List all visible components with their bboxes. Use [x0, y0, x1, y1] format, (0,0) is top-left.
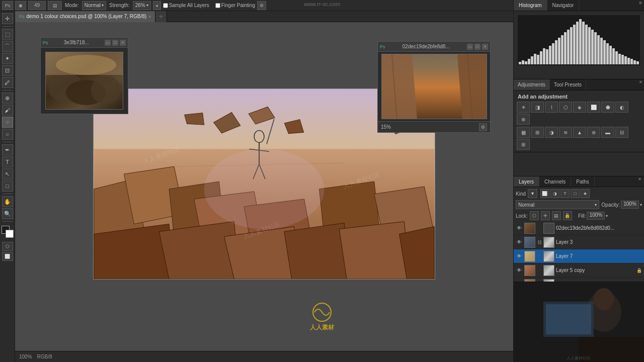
- adj-exposure[interactable]: ⬡: [559, 102, 572, 113]
- fill-input[interactable]: 100%: [587, 212, 605, 220]
- panel-2-minimize[interactable]: —: [467, 44, 473, 50]
- brush-size-input[interactable]: 49: [28, 1, 46, 10]
- quick-select-tool[interactable]: ✦: [2, 53, 13, 64]
- adj-color-lookup[interactable]: ⊞: [531, 127, 544, 138]
- strength-slider-icon[interactable]: ◂: [153, 1, 161, 10]
- filter-pixel[interactable]: ⬜: [540, 189, 549, 198]
- ref-panel-1-titlebar[interactable]: Ps 3e3fb718... — □ ×: [41, 38, 128, 48]
- adj-channel-mixer[interactable]: ▦: [517, 127, 530, 138]
- layer-thumbnail: [524, 237, 535, 248]
- sample-all-layers-checkbox[interactable]: Sample All Layers: [163, 3, 209, 8]
- histogram-tab[interactable]: Histogram: [514, 0, 547, 11]
- webcam-feed: 人人素材社区: [513, 282, 644, 362]
- pen-tool[interactable]: ✒: [2, 144, 13, 155]
- lasso-tool[interactable]: ⌒: [2, 41, 13, 52]
- lock-artboard[interactable]: ▤: [552, 211, 561, 220]
- ref-zoom-icon[interactable]: ⚙: [479, 123, 487, 131]
- brush-tool[interactable]: 🖌: [2, 105, 13, 116]
- mode-dropdown[interactable]: Normal▾: [82, 1, 106, 10]
- adj-brightness[interactable]: ☀: [517, 102, 530, 113]
- lock-move[interactable]: ✛: [541, 211, 550, 220]
- right-panel: Histogram Navigator ≡ Adjustments Tool P…: [513, 0, 644, 362]
- svg-point-28: [204, 149, 325, 229]
- channels-tab[interactable]: Channels: [539, 176, 571, 187]
- dodge-tool[interactable]: ○: [2, 129, 13, 140]
- shape-tool[interactable]: □: [2, 180, 13, 192]
- layer-item[interactable]: 👁Layer 5 copy🔒: [514, 263, 644, 278]
- layer-visibility-toggle[interactable]: 👁: [516, 225, 523, 232]
- adj-invert[interactable]: ◑: [545, 127, 558, 138]
- histogram-bar: [534, 54, 536, 64]
- layer-visibility-toggle[interactable]: 👁: [516, 267, 523, 274]
- layer-visibility-toggle[interactable]: 👁: [516, 239, 523, 246]
- hand-tool[interactable]: ✋: [2, 196, 13, 207]
- settings-icon[interactable]: ⚙: [257, 1, 266, 10]
- lock-pixels[interactable]: ⬡: [530, 211, 539, 220]
- panel-1-minimize[interactable]: —: [105, 40, 111, 46]
- panel-1-close[interactable]: ×: [120, 40, 126, 46]
- layer-item[interactable]: 👁⛓Layer 3: [514, 235, 644, 249]
- tab-close-1[interactable]: ×: [148, 14, 151, 19]
- adj-gradient-map[interactable]: ▬: [601, 127, 614, 138]
- adj-vibrance[interactable]: ◈: [573, 102, 586, 113]
- opacity-arrow[interactable]: ▾: [640, 203, 642, 207]
- fill-arrow[interactable]: ▾: [606, 214, 608, 218]
- opacity-input[interactable]: 100%: [621, 201, 639, 209]
- smudge-tool[interactable]: ☞: [2, 117, 13, 128]
- filter-shape[interactable]: □: [571, 189, 580, 198]
- adj-grid[interactable]: ⊞: [517, 139, 530, 150]
- crop-tool[interactable]: ⊡: [2, 65, 13, 76]
- tab-empty[interactable]: +: [155, 11, 167, 22]
- panel-2-close[interactable]: ×: [482, 44, 488, 50]
- layer-item[interactable]: 👁02dec19de2bfe8d882d0...: [514, 221, 644, 235]
- histogram-display: [518, 15, 640, 65]
- kind-dropdown[interactable]: ▼: [528, 189, 537, 198]
- marquee-tool[interactable]: ⬚: [2, 29, 13, 40]
- layers-panel-menu[interactable]: ≡: [635, 176, 644, 187]
- layer-visibility-toggle[interactable]: 👁: [516, 253, 523, 260]
- adj-pattern[interactable]: ⊟: [615, 127, 628, 138]
- brush-size-icon[interactable]: ◉: [15, 1, 26, 10]
- adj-levels[interactable]: ◨: [531, 102, 544, 113]
- tab-demo1[interactable]: Ps demo 1 colour choices.psd @ 100% (Lay…: [15, 11, 155, 22]
- filter-type[interactable]: T: [560, 189, 570, 198]
- tool-presets-tab[interactable]: Tool Presets: [550, 79, 586, 90]
- adj-curves[interactable]: ⌇: [545, 102, 558, 113]
- navigator-tab[interactable]: Navigator: [547, 0, 580, 11]
- spot-heal-tool[interactable]: ⊕: [2, 93, 13, 104]
- path-select-tool[interactable]: ↖: [2, 168, 13, 179]
- adj-hsl[interactable]: ⬜: [587, 102, 600, 113]
- color-swatches[interactable]: [2, 226, 14, 238]
- layers-tab[interactable]: Layers: [514, 176, 539, 187]
- background-color[interactable]: [6, 230, 14, 238]
- filter-smart[interactable]: ★: [581, 189, 590, 198]
- screen-mode[interactable]: ⬜: [2, 252, 13, 261]
- ref-panel-2-titlebar[interactable]: Ps 02dec19de2bfe8d8... — □ ×: [378, 42, 490, 52]
- quick-mask-mode[interactable]: ⬡: [2, 242, 13, 251]
- histogram-panel-menu[interactable]: ≡: [637, 0, 644, 11]
- opacity-label: Opacity:: [601, 202, 620, 208]
- adj-photo-filter[interactable]: ⊗: [517, 114, 530, 125]
- adj-bw[interactable]: ◐: [615, 102, 628, 113]
- layer-item[interactable]: 👁Layer 7: [514, 249, 644, 263]
- adj-selective-color[interactable]: ⊛: [587, 127, 600, 138]
- filter-adjustment[interactable]: ◑: [550, 189, 559, 198]
- eyedropper-tool[interactable]: 🖉: [2, 77, 13, 88]
- brush-preset-icon[interactable]: ▤: [48, 1, 62, 10]
- panel-1-expand[interactable]: □: [112, 40, 118, 46]
- panel-2-expand[interactable]: □: [474, 44, 480, 50]
- panel-1-controls: — □ ×: [105, 40, 126, 46]
- adj-color-balance[interactable]: ⬟: [601, 102, 614, 113]
- adjustments-tab[interactable]: Adjustments: [514, 79, 550, 90]
- lock-all[interactable]: 🔒: [563, 211, 572, 220]
- adjustments-panel-menu[interactable]: ≡: [637, 79, 644, 90]
- move-tool[interactable]: ✛: [2, 13, 13, 24]
- adj-threshold[interactable]: ▲: [573, 127, 586, 138]
- type-tool[interactable]: T: [2, 156, 13, 167]
- adj-posterize[interactable]: ≋: [559, 127, 572, 138]
- paths-tab[interactable]: Paths: [571, 176, 595, 187]
- blend-mode-dropdown[interactable]: Normal ▾: [516, 200, 599, 209]
- finger-painting-checkbox[interactable]: Finger Painting: [215, 3, 255, 8]
- zoom-tool[interactable]: 🔍: [2, 208, 13, 219]
- strength-dropdown[interactable]: 26%▾: [133, 1, 151, 10]
